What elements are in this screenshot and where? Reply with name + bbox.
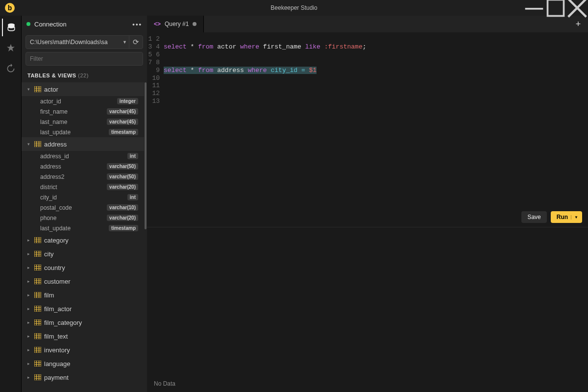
run-dropdown-icon[interactable]: ▼: [571, 215, 578, 220]
table-item-inventory[interactable]: ▸inventory: [22, 343, 144, 357]
table-item-category[interactable]: ▸category: [22, 233, 144, 247]
connection-header[interactable]: Connection •••: [22, 16, 147, 32]
left-rail: [0, 16, 22, 392]
rail-history-icon[interactable]: [2, 60, 20, 77]
column-name: first_name: [40, 108, 104, 115]
table-item-city[interactable]: ▸city: [22, 247, 144, 261]
sidebar: Connection ••• ▼ ⟳ TABLES & VIEWS (22) ▾…: [22, 16, 147, 392]
column-type-badge: varchar(50): [107, 173, 138, 180]
database-path-input[interactable]: [26, 39, 121, 46]
window-controls: [523, 0, 588, 16]
column-type-badge: timestamp: [109, 129, 138, 135]
table-name: city: [44, 250, 54, 258]
editor-code[interactable]: select * from actor where first_name lik…: [164, 35, 588, 227]
chevron-down-icon: ▾: [25, 87, 31, 92]
column-name: address2: [40, 173, 104, 180]
chevron-right-icon: ▸: [25, 375, 31, 380]
tab-label: Query #1: [165, 21, 189, 27]
chevron-right-icon: ▸: [25, 361, 31, 366]
table-name: film_category: [44, 319, 82, 326]
column-type-badge: varchar(20): [107, 184, 138, 190]
column-name: postal_code: [40, 204, 104, 211]
column-row[interactable]: actor_idinteger: [22, 96, 144, 106]
column-type-badge: timestamp: [109, 225, 138, 231]
chevron-right-icon: ▸: [25, 265, 31, 270]
column-name: last_update: [40, 225, 106, 232]
column-row[interactable]: last_updatetimestamp: [22, 127, 144, 137]
editor-gutter: 1 2 3 4 5 6 7 8 9 10 11 12 13: [147, 35, 164, 227]
table-item-film_category[interactable]: ▸film_category: [22, 316, 144, 329]
filter-input[interactable]: [25, 52, 143, 66]
column-row[interactable]: addressvarchar(50): [22, 161, 144, 172]
column-name: last_name: [40, 119, 104, 125]
chevron-right-icon: ▸: [25, 279, 31, 284]
column-name: address_id: [40, 153, 124, 160]
column-row[interactable]: phonevarchar(20): [22, 213, 144, 223]
rail-database-icon[interactable]: [2, 19, 20, 36]
tables-tree: ▾actoractor_idintegerfirst_namevarchar(4…: [22, 82, 147, 392]
table-item-address[interactable]: ▾address: [22, 137, 144, 151]
column-row[interactable]: districtvarchar(20): [22, 182, 144, 192]
svg-rect-23: [34, 265, 41, 270]
column-row[interactable]: last_namevarchar(45): [22, 117, 144, 127]
results-panel: No Data: [147, 227, 588, 392]
sidebar-scrollbar[interactable]: [145, 82, 147, 229]
app-title: Beekeeper Studio: [270, 4, 317, 11]
connection-status-dot-icon: [26, 22, 30, 26]
svg-rect-63: [34, 374, 41, 380]
table-item-film_text[interactable]: ▸film_text: [22, 329, 144, 343]
svg-rect-53: [34, 347, 41, 353]
table-name: address: [44, 141, 67, 148]
chevron-down-icon: ▾: [25, 142, 31, 147]
chevron-right-icon: ▸: [25, 306, 31, 311]
column-type-badge: integer: [117, 98, 138, 104]
column-name: last_update: [40, 129, 106, 136]
table-name: film: [44, 292, 54, 299]
table-item-country[interactable]: ▸country: [22, 261, 144, 274]
app-logo-icon: b: [5, 3, 15, 13]
tabs-row: <> Query #1 +: [147, 16, 588, 32]
svg-rect-58: [34, 361, 41, 367]
column-row[interactable]: postal_codevarchar(10): [22, 202, 144, 213]
table-item-payment[interactable]: ▸payment: [22, 370, 144, 384]
table-name: language: [44, 360, 71, 368]
column-type-badge: varchar(10): [107, 204, 138, 211]
table-item-film_actor[interactable]: ▸film_actor: [22, 302, 144, 316]
column-row[interactable]: address2varchar(50): [22, 172, 144, 182]
unsaved-indicator-icon: [193, 22, 196, 26]
titlebar: b Beekeeper Studio: [0, 0, 588, 16]
column-row[interactable]: city_idint: [22, 192, 144, 202]
table-name: payment: [44, 374, 69, 381]
database-path-selector[interactable]: ▼ ⟳: [25, 35, 143, 49]
table-name: inventory: [44, 346, 70, 354]
window-close-button[interactable]: [566, 0, 588, 16]
table-item-film[interactable]: ▸film: [22, 288, 144, 302]
no-data-label: No Data: [154, 380, 175, 387]
svg-rect-8: [34, 141, 41, 147]
window-maximize-button[interactable]: [545, 0, 566, 16]
refresh-icon[interactable]: ⟳: [129, 36, 143, 49]
column-type-badge: int: [127, 153, 138, 159]
chevron-right-icon: ▸: [25, 347, 31, 352]
window-minimize-button[interactable]: [523, 0, 545, 16]
run-button[interactable]: Run ▼: [551, 211, 582, 223]
column-type-badge: int: [127, 194, 138, 200]
table-item-language[interactable]: ▸language: [22, 357, 144, 370]
svg-rect-28: [34, 278, 41, 284]
column-name: district: [40, 184, 104, 191]
table-name: country: [44, 264, 65, 271]
query-tab[interactable]: <> Query #1: [147, 16, 204, 32]
connection-menu-icon[interactable]: •••: [132, 21, 142, 28]
column-row[interactable]: first_namevarchar(45): [22, 106, 144, 117]
path-dropdown-icon[interactable]: ▼: [121, 40, 129, 45]
table-name: film_text: [44, 333, 68, 340]
table-name: customer: [44, 278, 70, 285]
column-row[interactable]: last_updatetimestamp: [22, 223, 144, 233]
column-row[interactable]: address_idint: [22, 151, 144, 161]
table-item-customer[interactable]: ▸customer: [22, 274, 144, 288]
column-type-badge: varchar(45): [107, 119, 138, 125]
save-button[interactable]: Save: [521, 211, 546, 223]
rail-star-icon[interactable]: [2, 39, 20, 57]
table-item-actor[interactable]: ▾actor: [22, 82, 144, 96]
sql-editor[interactable]: 1 2 3 4 5 6 7 8 9 10 11 12 13 select * f…: [147, 32, 588, 227]
